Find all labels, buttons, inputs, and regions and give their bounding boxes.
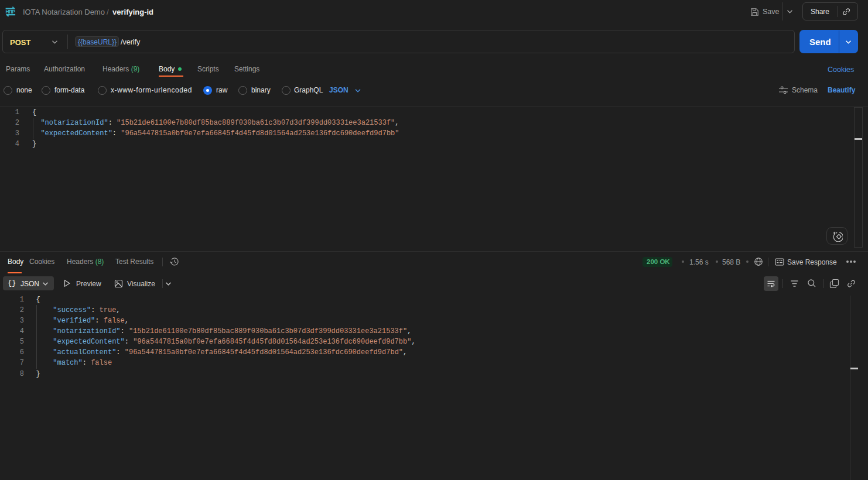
svg-text:HTTP: HTTP: [6, 9, 16, 15]
